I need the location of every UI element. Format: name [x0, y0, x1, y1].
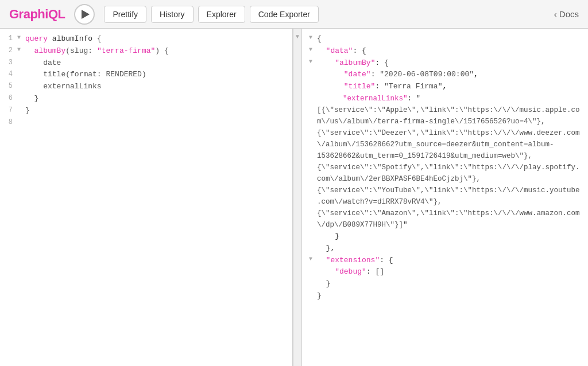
resp-line-7: }	[309, 231, 581, 243]
main-content: 1 ▼ query albumInfo { 2 ▼ albumBy(slug: …	[0, 29, 588, 366]
explorer-button[interactable]: Explorer	[198, 6, 245, 23]
line-num: 5	[0, 81, 17, 93]
fold-arrow	[17, 117, 25, 129]
line-code: albumBy(slug: "terra-firma") {	[25, 45, 292, 57]
line-num: 7	[0, 105, 17, 117]
line-code	[25, 117, 292, 129]
fold-arrow	[17, 93, 25, 105]
code-line-6: 6 }	[0, 93, 292, 105]
fold-arrow[interactable]: ▼	[17, 45, 25, 57]
resp-line-12: }	[309, 290, 581, 302]
line-num: 3	[0, 57, 17, 69]
code-line-3: 3 date	[0, 57, 292, 69]
line-num: 8	[0, 117, 17, 129]
fold-arrow	[17, 57, 25, 69]
response-panel[interactable]: ▼ { ▼ "data": { ▼ "albumBy": { "date": "…	[302, 29, 588, 366]
line-code: query albumInfo {	[25, 33, 292, 45]
code-line-8: 8	[0, 117, 292, 129]
line-num: 4	[0, 69, 17, 81]
resp-line-8: },	[309, 243, 581, 255]
header: GraphiQL Prettify History Explorer Code …	[0, 0, 588, 29]
line-code: date	[25, 57, 292, 69]
line-num: 1	[0, 33, 17, 45]
code-line-7: 7 }	[0, 105, 292, 117]
resp-line-4: "date": "2020-06-08T09:00:00",	[309, 69, 581, 81]
line-num: 2	[0, 45, 17, 57]
chevron-left-icon: ‹	[554, 9, 557, 19]
fold-arrow	[17, 69, 25, 81]
code-line-5: 5 externalLinks	[0, 81, 292, 93]
line-code: title(format: RENDERED)	[25, 69, 292, 81]
line-code: }	[25, 105, 292, 117]
fold-arrow[interactable]: ▼	[309, 255, 317, 267]
fold-arrow[interactable]: ▼	[309, 57, 317, 69]
code-line-1: 1 ▼ query albumInfo {	[0, 33, 292, 45]
resp-line-6: "externalLinks": "[{\"service\":\"Apple\…	[309, 93, 581, 231]
code-exporter-button[interactable]: Code Exporter	[250, 6, 319, 23]
panel-collapse-arrow[interactable]: ▼	[295, 33, 300, 40]
resp-line-1: ▼ {	[309, 33, 581, 45]
query-editor[interactable]: 1 ▼ query albumInfo { 2 ▼ albumBy(slug: …	[0, 29, 293, 366]
prettify-button[interactable]: Prettify	[104, 6, 146, 23]
fold-arrow[interactable]: ▼	[309, 33, 317, 45]
graphiql-logo: GraphiQL	[9, 7, 65, 22]
play-icon	[82, 10, 90, 19]
docs-button[interactable]: ‹ Docs	[554, 9, 579, 19]
resp-line-2: ▼ "data": {	[309, 45, 581, 57]
code-line-4: 4 title(format: RENDERED)	[0, 69, 292, 81]
fold-arrow[interactable]: ▼	[17, 33, 25, 45]
fold-arrow	[17, 105, 25, 117]
resp-line-11: }	[309, 278, 581, 290]
fold-arrow[interactable]: ▼	[309, 45, 317, 57]
resp-line-5: "title": "Terra Firma",	[309, 81, 581, 93]
line-code: }	[25, 93, 292, 105]
history-button[interactable]: History	[151, 6, 194, 23]
fold-arrow	[17, 81, 25, 93]
resp-line-10: "debug": []	[309, 266, 581, 278]
resp-line-3: ▼ "albumBy": {	[309, 57, 581, 69]
run-button[interactable]	[74, 4, 95, 25]
resp-line-9: ▼ "extensions": {	[309, 255, 581, 267]
line-num: 6	[0, 93, 17, 105]
code-line-2: 2 ▼ albumBy(slug: "terra-firma") {	[0, 45, 292, 57]
line-code: externalLinks	[25, 81, 292, 93]
